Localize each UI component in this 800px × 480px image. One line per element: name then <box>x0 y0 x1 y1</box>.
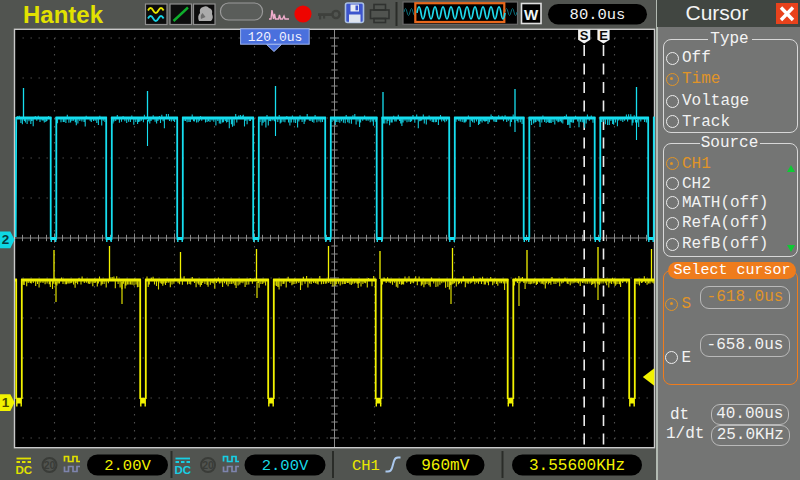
svg-text:1: 1 <box>2 395 10 410</box>
svg-text:3.55600KHz: 3.55600KHz <box>529 457 625 475</box>
svg-text:S: S <box>580 28 589 43</box>
svg-text:20: 20 <box>202 459 214 471</box>
svg-text:DC: DC <box>174 464 191 476</box>
svg-text:120.0us: 120.0us <box>248 30 303 45</box>
svg-text:W: W <box>524 6 539 23</box>
svg-text:DC: DC <box>15 464 32 476</box>
svg-text:Hantek: Hantek <box>23 1 104 28</box>
svg-text:960mV: 960mV <box>421 457 469 475</box>
svg-text:2: 2 <box>2 232 10 247</box>
svg-text:2.00V: 2.00V <box>262 457 309 475</box>
svg-text:80.0us: 80.0us <box>570 6 626 24</box>
svg-text:20: 20 <box>44 459 56 471</box>
svg-text:E: E <box>599 28 608 43</box>
svg-text:CH1: CH1 <box>352 457 380 475</box>
svg-text:2.00V: 2.00V <box>104 457 151 475</box>
